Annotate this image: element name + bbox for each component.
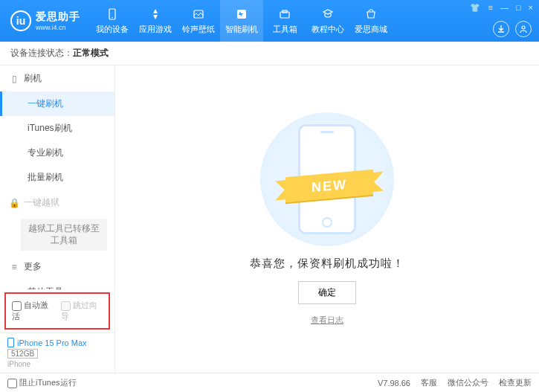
list-icon: ≡	[9, 262, 19, 272]
success-message: 恭喜您，保资料刷机成功啦！	[250, 257, 404, 271]
footer-wechat[interactable]: 微信公众号	[448, 377, 488, 388]
footer-support[interactable]: 客服	[421, 377, 437, 388]
nav-smart-flash[interactable]: 智能刷机	[220, 0, 263, 42]
main-content: NEW 恭喜您，保资料刷机成功啦！ 确定 查看日志	[115, 65, 539, 373]
nav-ringtone-wallpaper[interactable]: 铃声壁纸	[177, 0, 220, 42]
sidebar-item-other-tools[interactable]: 其他工具	[0, 280, 114, 289]
status-bar: 阻止iTunes运行 V7.98.66 客服 微信公众号 检查更新	[0, 373, 539, 392]
minimize-icon[interactable]: —	[500, 3, 509, 13]
sidebar-section-more[interactable]: ≡更多	[0, 254, 114, 280]
sidebar-section-jailbreak: 🔒一键越狱	[0, 190, 114, 216]
window-controls: 👕 ≡ — □ ×	[470, 3, 533, 13]
activation-options: 自动激活 跳过向导	[4, 292, 110, 330]
device-storage: 512GB	[7, 349, 38, 359]
sidebar: ▯刷机 一键刷机 iTunes刷机 专业刷机 批量刷机 🔒一键越狱 越狱工具已转…	[0, 65, 115, 373]
sidebar-item-oneclick-flash[interactable]: 一键刷机	[0, 91, 114, 116]
app-header: iu 爱思助手 www.i4.cn 我的设备 应用游戏 铃声壁纸 智能刷机 工具…	[0, 0, 539, 42]
device-status-bar: 设备连接状态：正常模式	[0, 42, 539, 65]
nav-toolbox[interactable]: 工具箱	[263, 0, 306, 42]
success-illustration: NEW	[260, 112, 394, 246]
logo-icon: iu	[10, 10, 31, 31]
sidebar-item-itunes-flash[interactable]: iTunes刷机	[0, 116, 114, 141]
brand-text: 爱思助手 www.i4.cn	[36, 10, 80, 31]
lock-icon: 🔒	[9, 198, 19, 208]
menu-icon[interactable]: ≡	[488, 3, 492, 13]
block-itunes-checkbox[interactable]: 阻止iTunes运行	[7, 377, 77, 388]
skip-guide-checkbox[interactable]: 跳过向导	[61, 300, 103, 322]
phone-icon: ▯	[9, 74, 19, 84]
nav-store[interactable]: 爱思商城	[349, 0, 393, 42]
top-navbar: 我的设备 应用游戏 铃声壁纸 智能刷机 工具箱 教程中心 爱思商城	[91, 0, 393, 42]
auto-activate-checkbox[interactable]: 自动激活	[12, 300, 54, 322]
footer-check-update[interactable]: 检查更新	[499, 377, 532, 388]
logo-area: iu 爱思助手 www.i4.cn	[0, 10, 91, 31]
nav-apps-games[interactable]: 应用游戏	[134, 0, 177, 42]
device-name: iPhone 15 Pro Max	[7, 338, 107, 347]
nav-my-device[interactable]: 我的设备	[91, 0, 134, 42]
user-icon[interactable]	[515, 21, 532, 37]
svg-point-1	[112, 16, 113, 18]
close-icon[interactable]: ×	[529, 3, 533, 13]
maximize-icon[interactable]: □	[516, 3, 521, 13]
sidebar-item-pro-flash[interactable]: 专业刷机	[0, 141, 114, 165]
version-label: V7.98.66	[378, 379, 410, 388]
device-info[interactable]: iPhone 15 Pro Max 512GB iPhone	[0, 332, 114, 373]
view-log-link[interactable]: 查看日志	[311, 315, 343, 326]
sidebar-item-batch-flash[interactable]: 批量刷机	[0, 165, 114, 190]
nav-tutorials[interactable]: 教程中心	[306, 0, 349, 42]
download-icon[interactable]	[493, 21, 509, 37]
svg-point-6	[522, 26, 525, 29]
sidebar-section-flash[interactable]: ▯刷机	[0, 65, 114, 91]
skin-icon[interactable]: 👕	[470, 3, 480, 13]
device-type: iPhone	[7, 360, 107, 368]
ok-button[interactable]: 确定	[298, 281, 356, 304]
sidebar-jailbreak-note: 越狱工具已转移至工具箱	[21, 219, 107, 251]
